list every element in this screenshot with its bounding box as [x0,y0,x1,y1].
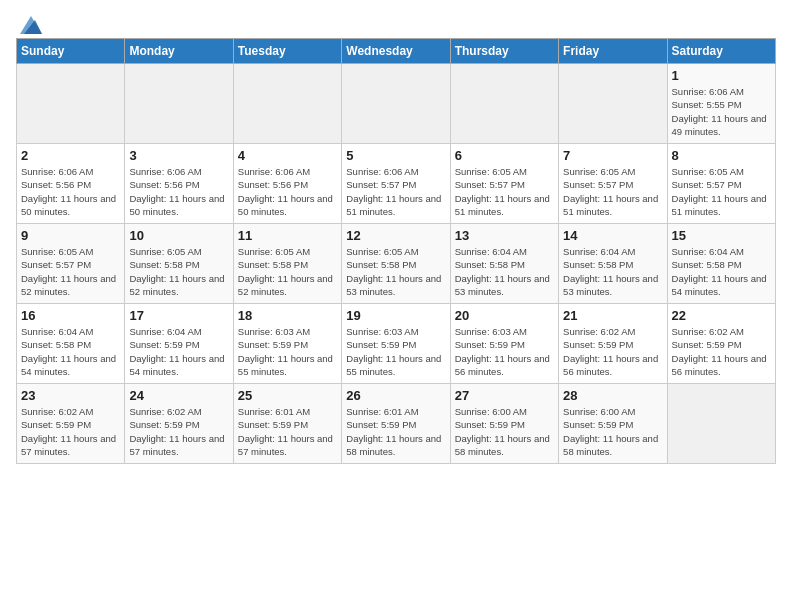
day-number: 13 [455,228,554,243]
calendar-cell: 8Sunrise: 6:05 AM Sunset: 5:57 PM Daylig… [667,144,775,224]
calendar-cell: 25Sunrise: 6:01 AM Sunset: 5:59 PM Dayli… [233,384,341,464]
calendar-cell: 9Sunrise: 6:05 AM Sunset: 5:57 PM Daylig… [17,224,125,304]
calendar-cell [450,64,558,144]
day-info: Sunrise: 6:05 AM Sunset: 5:57 PM Dayligh… [672,165,771,218]
weekday-header-thursday: Thursday [450,39,558,64]
day-number: 3 [129,148,228,163]
weekday-header-saturday: Saturday [667,39,775,64]
day-number: 25 [238,388,337,403]
day-number: 17 [129,308,228,323]
calendar-cell: 15Sunrise: 6:04 AM Sunset: 5:58 PM Dayli… [667,224,775,304]
day-number: 1 [672,68,771,83]
day-number: 2 [21,148,120,163]
day-info: Sunrise: 6:00 AM Sunset: 5:59 PM Dayligh… [563,405,662,458]
calendar-body: 1Sunrise: 6:06 AM Sunset: 5:55 PM Daylig… [17,64,776,464]
day-number: 9 [21,228,120,243]
calendar-cell: 18Sunrise: 6:03 AM Sunset: 5:59 PM Dayli… [233,304,341,384]
calendar-cell: 17Sunrise: 6:04 AM Sunset: 5:59 PM Dayli… [125,304,233,384]
calendar-cell: 27Sunrise: 6:00 AM Sunset: 5:59 PM Dayli… [450,384,558,464]
day-number: 10 [129,228,228,243]
day-number: 15 [672,228,771,243]
day-info: Sunrise: 6:05 AM Sunset: 5:58 PM Dayligh… [129,245,228,298]
calendar-cell: 1Sunrise: 6:06 AM Sunset: 5:55 PM Daylig… [667,64,775,144]
page-header [16,16,776,30]
day-number: 19 [346,308,445,323]
day-info: Sunrise: 6:05 AM Sunset: 5:57 PM Dayligh… [21,245,120,298]
calendar-cell [667,384,775,464]
logo-icon [20,16,42,34]
calendar-cell: 21Sunrise: 6:02 AM Sunset: 5:59 PM Dayli… [559,304,667,384]
day-info: Sunrise: 6:03 AM Sunset: 5:59 PM Dayligh… [346,325,445,378]
day-info: Sunrise: 6:01 AM Sunset: 5:59 PM Dayligh… [346,405,445,458]
weekday-header-friday: Friday [559,39,667,64]
day-info: Sunrise: 6:06 AM Sunset: 5:55 PM Dayligh… [672,85,771,138]
calendar-cell: 22Sunrise: 6:02 AM Sunset: 5:59 PM Dayli… [667,304,775,384]
day-info: Sunrise: 6:05 AM Sunset: 5:58 PM Dayligh… [346,245,445,298]
calendar-week-4: 23Sunrise: 6:02 AM Sunset: 5:59 PM Dayli… [17,384,776,464]
calendar-cell [559,64,667,144]
day-info: Sunrise: 6:05 AM Sunset: 5:57 PM Dayligh… [563,165,662,218]
logo [16,16,42,30]
day-info: Sunrise: 6:02 AM Sunset: 5:59 PM Dayligh… [129,405,228,458]
day-number: 7 [563,148,662,163]
day-number: 27 [455,388,554,403]
day-number: 26 [346,388,445,403]
day-number: 22 [672,308,771,323]
calendar-cell: 14Sunrise: 6:04 AM Sunset: 5:58 PM Dayli… [559,224,667,304]
day-number: 20 [455,308,554,323]
calendar-cell: 28Sunrise: 6:00 AM Sunset: 5:59 PM Dayli… [559,384,667,464]
day-info: Sunrise: 6:03 AM Sunset: 5:59 PM Dayligh… [238,325,337,378]
day-number: 5 [346,148,445,163]
calendar-cell [342,64,450,144]
day-info: Sunrise: 6:04 AM Sunset: 5:58 PM Dayligh… [21,325,120,378]
day-info: Sunrise: 6:02 AM Sunset: 5:59 PM Dayligh… [672,325,771,378]
day-number: 8 [672,148,771,163]
day-info: Sunrise: 6:02 AM Sunset: 5:59 PM Dayligh… [563,325,662,378]
day-info: Sunrise: 6:06 AM Sunset: 5:56 PM Dayligh… [238,165,337,218]
calendar-cell: 12Sunrise: 6:05 AM Sunset: 5:58 PM Dayli… [342,224,450,304]
day-info: Sunrise: 6:00 AM Sunset: 5:59 PM Dayligh… [455,405,554,458]
weekday-header-monday: Monday [125,39,233,64]
day-number: 23 [21,388,120,403]
day-info: Sunrise: 6:04 AM Sunset: 5:58 PM Dayligh… [455,245,554,298]
calendar-cell: 20Sunrise: 6:03 AM Sunset: 5:59 PM Dayli… [450,304,558,384]
day-number: 21 [563,308,662,323]
calendar-cell: 19Sunrise: 6:03 AM Sunset: 5:59 PM Dayli… [342,304,450,384]
calendar-table: SundayMondayTuesdayWednesdayThursdayFrid… [16,38,776,464]
day-info: Sunrise: 6:05 AM Sunset: 5:58 PM Dayligh… [238,245,337,298]
calendar-cell: 3Sunrise: 6:06 AM Sunset: 5:56 PM Daylig… [125,144,233,224]
calendar-cell: 4Sunrise: 6:06 AM Sunset: 5:56 PM Daylig… [233,144,341,224]
day-number: 6 [455,148,554,163]
calendar-cell: 24Sunrise: 6:02 AM Sunset: 5:59 PM Dayli… [125,384,233,464]
weekday-header-tuesday: Tuesday [233,39,341,64]
day-info: Sunrise: 6:06 AM Sunset: 5:56 PM Dayligh… [21,165,120,218]
day-info: Sunrise: 6:06 AM Sunset: 5:56 PM Dayligh… [129,165,228,218]
calendar-cell: 11Sunrise: 6:05 AM Sunset: 5:58 PM Dayli… [233,224,341,304]
calendar-cell: 13Sunrise: 6:04 AM Sunset: 5:58 PM Dayli… [450,224,558,304]
calendar-week-3: 16Sunrise: 6:04 AM Sunset: 5:58 PM Dayli… [17,304,776,384]
calendar-cell: 6Sunrise: 6:05 AM Sunset: 5:57 PM Daylig… [450,144,558,224]
calendar-cell [125,64,233,144]
day-info: Sunrise: 6:04 AM Sunset: 5:58 PM Dayligh… [672,245,771,298]
weekday-header-sunday: Sunday [17,39,125,64]
calendar-week-1: 2Sunrise: 6:06 AM Sunset: 5:56 PM Daylig… [17,144,776,224]
day-number: 12 [346,228,445,243]
calendar-cell: 7Sunrise: 6:05 AM Sunset: 5:57 PM Daylig… [559,144,667,224]
day-info: Sunrise: 6:01 AM Sunset: 5:59 PM Dayligh… [238,405,337,458]
calendar-cell: 2Sunrise: 6:06 AM Sunset: 5:56 PM Daylig… [17,144,125,224]
calendar-cell: 10Sunrise: 6:05 AM Sunset: 5:58 PM Dayli… [125,224,233,304]
calendar-cell [233,64,341,144]
calendar-cell: 26Sunrise: 6:01 AM Sunset: 5:59 PM Dayli… [342,384,450,464]
weekday-header-wednesday: Wednesday [342,39,450,64]
day-info: Sunrise: 6:06 AM Sunset: 5:57 PM Dayligh… [346,165,445,218]
day-info: Sunrise: 6:04 AM Sunset: 5:58 PM Dayligh… [563,245,662,298]
day-info: Sunrise: 6:03 AM Sunset: 5:59 PM Dayligh… [455,325,554,378]
calendar-cell: 16Sunrise: 6:04 AM Sunset: 5:58 PM Dayli… [17,304,125,384]
day-number: 14 [563,228,662,243]
day-number: 11 [238,228,337,243]
day-info: Sunrise: 6:02 AM Sunset: 5:59 PM Dayligh… [21,405,120,458]
calendar-cell: 23Sunrise: 6:02 AM Sunset: 5:59 PM Dayli… [17,384,125,464]
calendar-cell [17,64,125,144]
day-number: 28 [563,388,662,403]
calendar-week-0: 1Sunrise: 6:06 AM Sunset: 5:55 PM Daylig… [17,64,776,144]
